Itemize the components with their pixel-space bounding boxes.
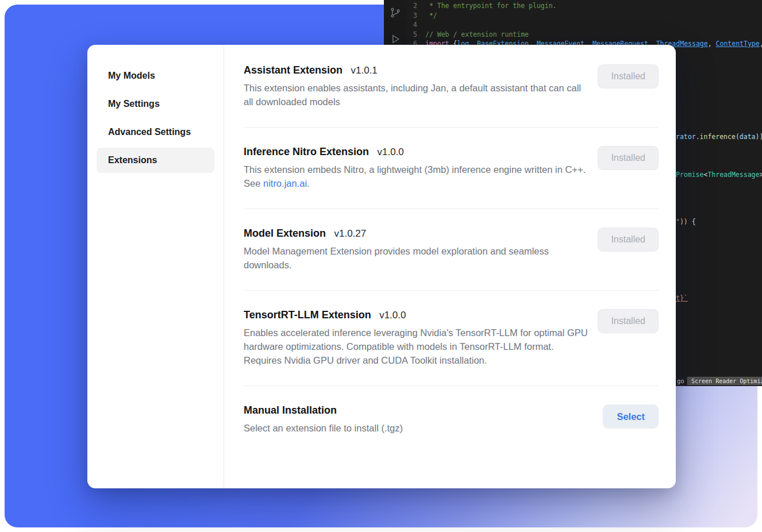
extension-info: TensortRT-LLM Extension v1.0.0 Enables a…	[244, 309, 588, 367]
extension-version: v1.0.0	[379, 310, 406, 321]
extensions-panel: Assistant Extension v1.0.1 This extensio…	[224, 45, 676, 488]
screenshot-stage: 2 * The entrypoint for the plugin. 3 */ …	[0, 0, 762, 532]
extension-heading: Assistant Extension v1.0.1	[244, 64, 588, 76]
code-line: 3 */	[384, 11, 762, 21]
extension-heading: Model Extension v1.0.27	[244, 228, 588, 240]
extension-info: Inference Nitro Extension v1.0.0 This ex…	[244, 146, 588, 190]
extension-title: Model Extension	[244, 228, 326, 239]
code-fragment: ")) {	[676, 217, 696, 226]
code-text: */	[425, 11, 437, 21]
settings-sidebar: My Models My Settings Advanced Settings …	[87, 45, 224, 488]
code-fragment: Promise<ThreadMessage>	[676, 170, 762, 179]
manual-installation-row: Manual Installation Select an extension …	[244, 386, 659, 453]
sidebar-item-advanced-settings[interactable]: Advanced Settings	[97, 119, 214, 145]
installed-button[interactable]: Installed	[598, 146, 659, 170]
code-fragment: t}`	[676, 294, 688, 303]
line-number: 2	[384, 1, 425, 11]
code-line: 4	[384, 20, 762, 30]
sidebar-item-my-models[interactable]: My Models	[97, 63, 214, 88]
line-number: 5	[384, 30, 425, 40]
sidebar-item-extensions[interactable]: Extensions	[97, 148, 214, 173]
code-line: 5 // Web / extension runtime	[384, 30, 762, 40]
extension-row-tensorrt-llm: TensortRT-LLM Extension v1.0.0 Enables a…	[244, 291, 659, 386]
code-fragment: rator.inference(data));	[676, 132, 762, 141]
extension-row-model: Model Extension v1.0.27 Model Management…	[244, 209, 659, 291]
select-file-button[interactable]: Select	[603, 404, 659, 429]
extension-description: This extension enables assistants, inclu…	[244, 81, 588, 109]
installed-button[interactable]: Installed	[598, 228, 659, 252]
installed-button[interactable]: Installed	[598, 309, 659, 333]
extension-heading: Manual Installation	[244, 404, 403, 417]
extension-version: v1.0.27	[334, 228, 366, 239]
editor-code-area: 2 * The entrypoint for the plugin. 3 */ …	[384, 1, 762, 49]
extension-description: Enables accelerated inference leveraging…	[244, 326, 588, 367]
screen-reader-optimized-badge[interactable]: Screen Reader Optimized	[687, 377, 762, 385]
extension-heading: TensortRT-LLM Extension v1.0.0	[244, 309, 588, 321]
extension-version: v1.0.1	[351, 65, 378, 76]
extension-description: Model Management Extension provides mode…	[244, 244, 588, 272]
extension-heading: Inference Nitro Extension v1.0.0	[244, 146, 588, 158]
extension-info: Assistant Extension v1.0.1 This extensio…	[244, 64, 588, 109]
code-text: // Web / extension runtime	[425, 30, 529, 40]
extension-description: This extension embeds Nitro, a lightweig…	[244, 163, 588, 190]
line-number: 4	[384, 20, 425, 30]
extension-version: v1.0.0	[378, 147, 404, 157]
extension-info: Manual Installation Select an extension …	[244, 404, 403, 435]
code-line: 2 * The entrypoint for the plugin.	[384, 1, 762, 11]
line-number: 3	[384, 11, 425, 21]
extension-row-assistant: Assistant Extension v1.0.1 This extensio…	[244, 45, 659, 128]
extension-title: Inference Nitro Extension	[244, 146, 369, 157]
sidebar-item-my-settings[interactable]: My Settings	[97, 91, 214, 117]
extension-title: Assistant Extension	[244, 64, 342, 76]
extension-title: TensortRT-LLM Extension	[244, 309, 371, 321]
manual-installation-description: Select an extension file to install (.tg…	[244, 421, 403, 435]
extension-row-inference-nitro: Inference Nitro Extension v1.0.0 This ex…	[244, 128, 659, 209]
installed-button[interactable]: Installed	[598, 64, 659, 88]
nitro-jan-ai-link[interactable]: nitro.jan.ai	[263, 178, 307, 188]
description-text: .	[307, 178, 310, 188]
code-text: * The entrypoint for the plugin.	[425, 1, 556, 11]
manual-installation-title: Manual Installation	[244, 404, 337, 416]
extension-info: Model Extension v1.0.27 Model Management…	[244, 228, 588, 272]
status-language-indicator[interactable]: go	[677, 377, 684, 384]
settings-modal: My Models My Settings Advanced Settings …	[87, 45, 676, 488]
